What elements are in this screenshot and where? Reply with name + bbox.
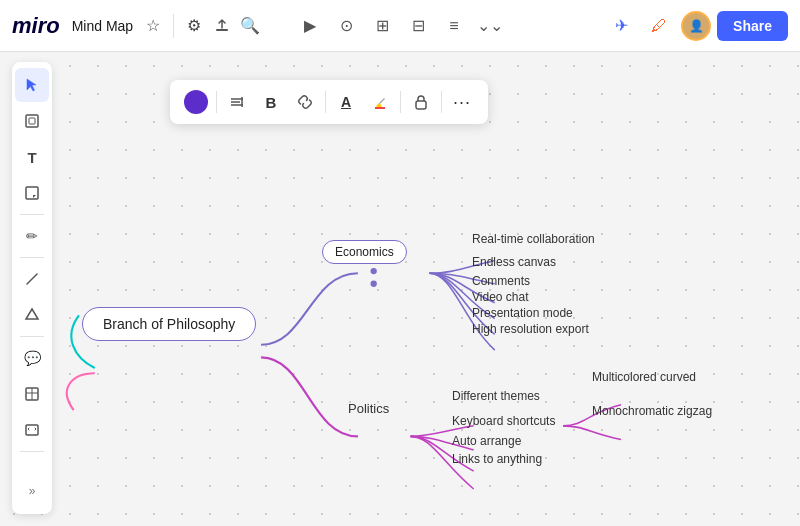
settings-icon[interactable]: ⚙	[180, 12, 208, 40]
root-node-label: Branch of Philosophy	[103, 316, 235, 332]
economics-node[interactable]: Economics	[322, 240, 407, 264]
svg-rect-8	[26, 425, 38, 435]
child-realtime: Real-time collaboration	[472, 232, 595, 246]
child-monochromatic: Monochromatic zigzag	[592, 404, 712, 418]
cursor-share-icon[interactable]: ✈	[605, 10, 637, 42]
toolbar-separator-4	[20, 451, 44, 452]
topbar-separator	[173, 14, 174, 38]
ft-sep-3	[400, 91, 401, 113]
embed-tool[interactable]	[15, 413, 49, 447]
table-tool[interactable]	[15, 377, 49, 411]
lock-button[interactable]	[405, 86, 437, 118]
child-presentation: Presentation mode	[472, 306, 573, 320]
search-icon[interactable]: 🔍	[236, 12, 264, 40]
toolbar-separator	[20, 214, 44, 215]
more-options-button[interactable]: ···	[446, 86, 478, 118]
color-picker[interactable]	[180, 86, 212, 118]
align-button[interactable]	[221, 86, 253, 118]
video-icon[interactable]: ⊞	[366, 10, 398, 42]
child-multicolored: Multicolored curved	[592, 370, 696, 384]
child-themes: Different themes	[452, 389, 540, 403]
board-title: Mind Map	[72, 18, 133, 34]
svg-line-4	[27, 274, 37, 284]
upload-icon[interactable]	[208, 12, 236, 40]
topbar: miro Mind Map ☆ ⚙ 🔍 ▶ ⊙ ⊞ ⊟ ≡ ⌄⌄ ✈ 🖊 👤 S…	[0, 0, 800, 52]
nav-forward-icon[interactable]: ▶	[294, 10, 326, 42]
avatar[interactable]: 👤	[681, 11, 711, 41]
svg-rect-14	[416, 101, 426, 109]
child-video: Video chat	[472, 290, 529, 304]
child-keyboard: Keyboard shortcuts	[452, 414, 555, 428]
color-circle	[184, 90, 208, 114]
ft-sep-4	[441, 91, 442, 113]
child-highres: High resolution export	[472, 322, 589, 336]
link-button[interactable]	[289, 86, 321, 118]
highlight-button[interactable]	[364, 86, 396, 118]
underline-button[interactable]: A	[330, 86, 362, 118]
svg-rect-3	[26, 187, 38, 199]
pen-tool[interactable]: ✏	[15, 219, 49, 253]
economics-label: Economics	[335, 245, 394, 259]
child-endless: Endless canvas	[472, 255, 556, 269]
text-tool[interactable]: T	[15, 140, 49, 174]
toolbar-separator-2	[20, 257, 44, 258]
logo: miro	[12, 13, 60, 39]
child-links: Links to anything	[452, 452, 542, 466]
svg-point-15	[371, 268, 377, 274]
child-arrange: Auto arrange	[452, 434, 521, 448]
line-tool[interactable]	[15, 262, 49, 296]
shape-tool[interactable]	[15, 298, 49, 332]
politics-label: Politics	[348, 401, 389, 416]
canvas[interactable]: B A ···	[0, 52, 800, 526]
toolbar-separator-3	[20, 336, 44, 337]
frame-tool[interactable]	[15, 104, 49, 138]
notes-icon[interactable]: ≡	[438, 10, 470, 42]
svg-rect-1	[26, 115, 38, 127]
svg-rect-2	[29, 118, 35, 124]
more-tools[interactable]: »	[15, 474, 49, 508]
ft-sep-2	[325, 91, 326, 113]
expand-icon[interactable]: ⌄⌄	[474, 10, 506, 42]
child-comments: Comments	[472, 274, 530, 288]
star-icon[interactable]: ☆	[139, 12, 167, 40]
bold-button[interactable]: B	[255, 86, 287, 118]
sticky-tool[interactable]	[15, 176, 49, 210]
share-button[interactable]: Share	[717, 11, 788, 41]
topbar-right: ✈ 🖊 👤 Share	[605, 10, 788, 42]
root-node[interactable]: Branch of Philosophy	[82, 307, 256, 341]
float-toolbar: B A ···	[170, 80, 488, 124]
svg-point-16	[371, 281, 377, 287]
comment-icon[interactable]: 🖊	[643, 10, 675, 42]
left-toolbar: T ✏ 💬 »	[12, 62, 52, 514]
present-icon[interactable]: ⊟	[402, 10, 434, 42]
comment-tool[interactable]: 💬	[15, 341, 49, 375]
timer-icon[interactable]: ⊙	[330, 10, 362, 42]
topbar-center: ▶ ⊙ ⊞ ⊟ ≡ ⌄⌄	[294, 10, 506, 42]
ft-sep-1	[216, 91, 217, 113]
cursor-tool[interactable]	[15, 68, 49, 102]
svg-rect-0	[216, 29, 228, 31]
